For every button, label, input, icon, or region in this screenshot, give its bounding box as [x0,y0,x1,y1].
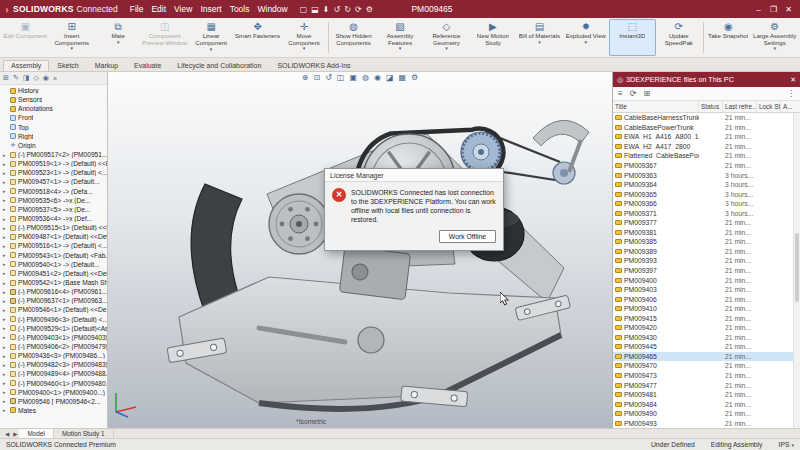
mate-button[interactable]: ⧉Mate▾ [95,19,141,56]
toothed-pulley[interactable] [461,132,501,172]
file-row[interactable]: PM00942021 min... [613,323,800,333]
display-style-icon[interactable]: ◍ [362,73,369,82]
expand-arrow-icon[interactable]: ▸ [3,289,8,295]
expand-arrow-icon[interactable]: ▸ [3,389,8,395]
minimize-button[interactable]: – [751,5,766,14]
hide-show-items-icon[interactable]: ◉ [374,73,381,82]
expand-arrow-icon[interactable]: ▸ [3,325,8,331]
linear-component-pattern-button[interactable]: ▦Linear Component Pattern▾ [188,19,234,56]
file-row[interactable]: PM00938521 min... [613,237,800,247]
update-speedpak-subassemblies-button[interactable]: ⟳Update SpeedPak Subassemblies [656,19,702,56]
rebuild-icon[interactable]: ⟳ [353,5,364,14]
column-header-a[interactable]: A... [781,101,800,112]
tree-item[interactable]: ▸PM009537<5> ->x (De... [0,205,107,214]
featuremanager-tab[interactable]: ⊞ [3,74,9,82]
expand-arrow-icon[interactable]: ▸ [3,298,8,304]
graphics-viewport[interactable]: ⊕⊡↺◫▣◍◉◪▦⚙ [108,72,612,428]
tree-item[interactable]: ▸(-) PM009460<1> (PM009480...) [0,379,107,388]
file-row[interactable]: EWA_H2_A417_280021 min... [613,142,800,152]
expand-arrow-icon[interactable]: ▸ [3,280,8,286]
options-icon[interactable]: ⚙ [364,5,375,14]
tab-scroll-left-icon[interactable]: ◀ [3,431,11,437]
open-icon[interactable]: ⬓ [309,5,321,14]
tree-item[interactable]: ▸PM009540<1> -> (Default... [0,260,107,269]
file-row[interactable]: PM00947021 min... [613,361,800,371]
tab-solidworks-add-ins[interactable]: SOLIDWORKS Add-Ins [269,60,358,71]
tree-item[interactable]: ▸(-) PM009517<2> (PM00951...) [0,150,107,159]
file-row[interactable]: PM0093663 hours... [613,199,800,209]
file-row[interactable]: PM00949021 min... [613,409,800,419]
close-button[interactable]: ✕ [781,5,796,14]
file-row[interactable]: Flattened_CableBasePower...21 min... [613,151,800,161]
file-row[interactable]: PM00947721 min... [613,380,800,390]
tab-assembly[interactable]: Assembly [3,60,49,71]
tab-markup[interactable]: Markup [87,60,126,71]
file-row[interactable]: CableBaseHarnessTrunk21 min... [613,113,800,123]
tree-item[interactable]: ▸(-) PM009406<2> (PM009479) [0,342,107,351]
file-row[interactable]: PM00947321 min... [613,371,800,381]
work-offline-button[interactable]: Work Offline [439,230,496,243]
menu-file[interactable]: File [126,4,148,14]
expand-arrow-icon[interactable]: ▸ [3,243,8,249]
instant3d-button[interactable]: ⬚Instant3D [609,19,655,56]
tree-item[interactable]: ▸PM009536<4> ->x (Def... [0,214,107,223]
expand-arrow-icon[interactable]: ▸ [3,252,8,258]
tree-item[interactable]: ▸(-) PM009496<3> (Default) <... [0,315,107,324]
new-icon[interactable]: ▢ [298,5,310,14]
file-row[interactable]: PM00940621 min... [613,294,800,304]
redo-icon[interactable]: ↻ [342,5,353,14]
tree-item[interactable]: Right [0,132,107,141]
files-scrollbar[interactable] [793,113,800,428]
tree-item[interactable]: ▸(-) PM009637<1> (PM00963...) [0,296,107,305]
expand-arrow-icon[interactable]: ▸ [3,161,8,167]
tree-item[interactable]: ▸PM009436<3> (PM009486...) [0,351,107,360]
file-row[interactable]: PM00946521 min... [613,352,800,362]
maximize-button[interactable]: ❐ [766,5,781,14]
exploded-view-button[interactable]: ✸Exploded View▾ [563,19,609,56]
small-roller[interactable] [358,327,384,353]
menu-view[interactable]: View [170,4,196,14]
units-selector[interactable]: IPS ▾ [779,441,794,448]
file-row[interactable]: PM00943021 min... [613,333,800,343]
expand-arrow-icon[interactable]: ▸ [3,371,8,377]
previous-view-icon[interactable]: ↺ [325,73,332,82]
expand-arrow-icon[interactable]: ▸ [3,316,8,322]
file-row[interactable]: PM00939321 min... [613,256,800,266]
insert-components-button[interactable]: ⊞Insert Components▾ [48,19,94,56]
expand-arrow-icon[interactable]: ▸ [3,380,8,386]
new-motion-study-button[interactable]: ▶New Motion Study [470,19,516,56]
bill-of-materials-button[interactable]: ▤Bill of Materials▾ [516,19,562,56]
tree-item[interactable]: ▸PM009400<1> (PM009400...) [0,388,107,397]
zoom-area-icon[interactable]: ⊡ [313,73,320,82]
propertymanager-tab[interactable]: ✎ [13,74,19,82]
move-component-button[interactable]: ✛Move Component▾ [281,19,327,56]
expand-arrow-icon[interactable]: ▸ [3,398,8,404]
tree-item[interactable]: ▸(-) PM009489<4> (PM009488...) [0,369,107,378]
file-row[interactable]: EWA_H1_A416_A800_121 min... [613,132,800,142]
file-row[interactable]: PM00940021 min... [613,275,800,285]
file-row[interactable]: PM00941521 min... [613,313,800,323]
file-row[interactable]: PM00949321 min... [613,419,800,429]
file-row[interactable]: PM0093653 hours... [613,189,800,199]
expand-arrow-icon[interactable]: ▸ [3,188,8,194]
tab-motion-study-1[interactable]: Motion Study 1 [54,429,114,438]
column-header-last-refre[interactable]: Last refre... [723,101,757,112]
expand-arrow-icon[interactable]: ▸ [3,407,8,413]
menu-insert[interactable]: Insert [196,4,225,14]
assembly-features-button[interactable]: ▧Assembly Features▾ [377,19,423,56]
tree-item[interactable]: ▸PM009451<2> (Default) <<Def... [0,269,107,278]
take-snapshot-button[interactable]: ◉Take Snapshot [705,19,751,56]
expand-arrow-icon[interactable]: ▸ [3,216,8,222]
show-hidden-components-button[interactable]: ◍Show Hidden Components [330,19,376,56]
bearing-plate[interactable] [269,194,329,254]
file-row[interactable]: PM00941021 min... [613,304,800,314]
view-settings-icon[interactable]: ⚙ [411,73,418,82]
tree-item[interactable]: Top [0,123,107,132]
reference-geometry-button[interactable]: ◇Reference Geometry▾ [423,19,469,56]
tree-item[interactable]: ▸(-) PM009529<1> (Default)<As... [0,324,107,333]
expand-arrow-icon[interactable]: ▸ [3,270,8,276]
large-assembly-settings-button[interactable]: ⚙Large Assembly Settings▾ [752,19,798,56]
add-folder-icon[interactable]: ⊞ [643,89,650,98]
scrollbar-thumb[interactable] [795,233,799,302]
section-view-icon[interactable]: ◫ [337,73,345,82]
